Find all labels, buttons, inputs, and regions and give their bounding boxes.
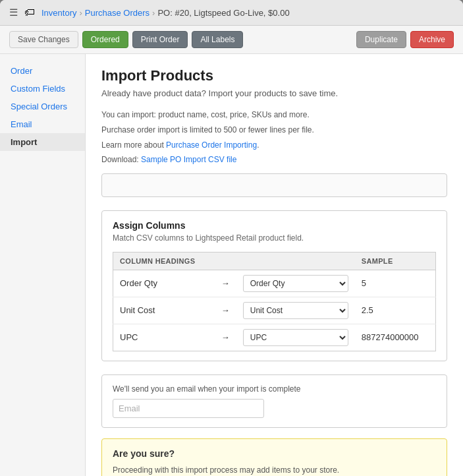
row1-arrow: → xyxy=(215,270,236,297)
row3-heading: UPC xyxy=(113,324,215,351)
toolbar: Save Changes Ordered Print Order All Lab… xyxy=(0,26,463,54)
breadcrumb-sep1: › xyxy=(79,8,82,18)
warning-title: Are you sure? xyxy=(113,448,436,459)
email-input[interactable] xyxy=(113,399,264,418)
learn-more-link[interactable]: Purchase Order Importing xyxy=(166,140,257,150)
warning-box: Are you sure? Proceeding with this impor… xyxy=(101,438,447,476)
column-mapping-table: COLUMN HEADINGS SAMPLE Order Qty → xyxy=(113,252,436,351)
email-section: We'll send you an email when your import… xyxy=(101,374,447,428)
ordered-button[interactable]: Ordered xyxy=(82,31,128,48)
print-order-button[interactable]: Print Order xyxy=(132,31,188,48)
sidebar-item-import[interactable]: Import xyxy=(0,133,85,151)
breadcrumb-inventory[interactable]: Inventory xyxy=(41,8,76,18)
app-window: ☰ 🏷 Inventory › Purchase Orders › PO: #2… xyxy=(0,0,463,476)
row2-select[interactable]: Unit Cost xyxy=(243,302,348,319)
row1-select[interactable]: Order Qty xyxy=(243,275,348,292)
table-row: Order Qty → Order Qty 5 xyxy=(113,270,436,297)
breadcrumb-current: PO: #20, Ligtspeed Go-Live, $0.00 xyxy=(157,8,289,18)
assign-title: Assign Columns xyxy=(113,220,436,231)
main-layout: Order Custom Fields Special Orders Email… xyxy=(0,54,463,476)
row1-heading: Order Qty xyxy=(113,270,215,297)
breadcrumb-purchase-orders[interactable]: Purchase Orders xyxy=(85,8,150,18)
col-header-mapping xyxy=(236,252,355,270)
page-subtitle: Already have product data? Import your p… xyxy=(101,88,447,98)
download-csv-link[interactable]: Sample PO Import CSV file xyxy=(141,155,236,164)
content-area: Import Products Already have product dat… xyxy=(86,54,463,476)
duplicate-button[interactable]: Duplicate xyxy=(356,31,406,48)
row2-select-cell: Unit Cost xyxy=(236,297,355,324)
titlebar: ☰ 🏷 Inventory › Purchase Orders › PO: #2… xyxy=(0,0,463,26)
hamburger-icon[interactable]: ☰ xyxy=(9,7,18,18)
sidebar-item-email[interactable]: Email xyxy=(0,115,85,133)
sidebar-item-order[interactable]: Order xyxy=(0,62,85,80)
info-line3: Learn more about Purchase Order Importin… xyxy=(101,139,447,152)
app-icon: 🏷 xyxy=(24,7,35,18)
breadcrumb-sep2: › xyxy=(152,8,155,18)
col-header-headings: COLUMN HEADINGS xyxy=(113,252,215,270)
breadcrumb: Inventory › Purchase Orders › PO: #20, L… xyxy=(41,8,290,18)
info-line2: Purchase order import is limited to 500 … xyxy=(101,124,447,136)
row3-arrow: → xyxy=(215,324,236,351)
row1-sample: 5 xyxy=(355,270,436,297)
warning-text: Proceeding with this import process may … xyxy=(113,464,436,476)
archive-button[interactable]: Archive xyxy=(410,31,454,48)
save-changes-button[interactable]: Save Changes xyxy=(9,31,78,48)
file-upload-area[interactable] xyxy=(101,173,447,197)
info-line1: You can import: product name, cost, pric… xyxy=(101,109,447,121)
row2-sample: 2.5 xyxy=(355,297,436,324)
sidebar-item-special-orders[interactable]: Special Orders xyxy=(0,98,85,115)
sidebar-item-custom-fields[interactable]: Custom Fields xyxy=(0,80,85,98)
row2-heading: Unit Cost xyxy=(113,297,215,324)
email-label: We'll send you an email when your import… xyxy=(113,384,436,394)
sidebar: Order Custom Fields Special Orders Email… xyxy=(0,54,86,476)
row3-select-cell: UPC xyxy=(236,324,355,351)
table-row: UPC → UPC 887274000000 xyxy=(113,324,436,351)
row1-select-cell: Order Qty xyxy=(236,270,355,297)
download-line: Download: Sample PO Import CSV file xyxy=(101,155,447,164)
assign-columns-section: Assign Columns Match CSV columns to Ligh… xyxy=(101,210,447,361)
row2-arrow: → xyxy=(215,297,236,324)
page-title: Import Products xyxy=(101,67,447,84)
row3-select[interactable]: UPC xyxy=(243,329,348,346)
assign-subtitle: Match CSV columns to Lightspeed Retail p… xyxy=(113,233,436,243)
col-header-arrow xyxy=(215,252,236,270)
col-header-sample: SAMPLE xyxy=(355,252,436,270)
row3-sample: 887274000000 xyxy=(355,324,436,351)
table-row: Unit Cost → Unit Cost 2.5 xyxy=(113,297,436,324)
all-labels-button[interactable]: All Labels xyxy=(192,31,243,48)
